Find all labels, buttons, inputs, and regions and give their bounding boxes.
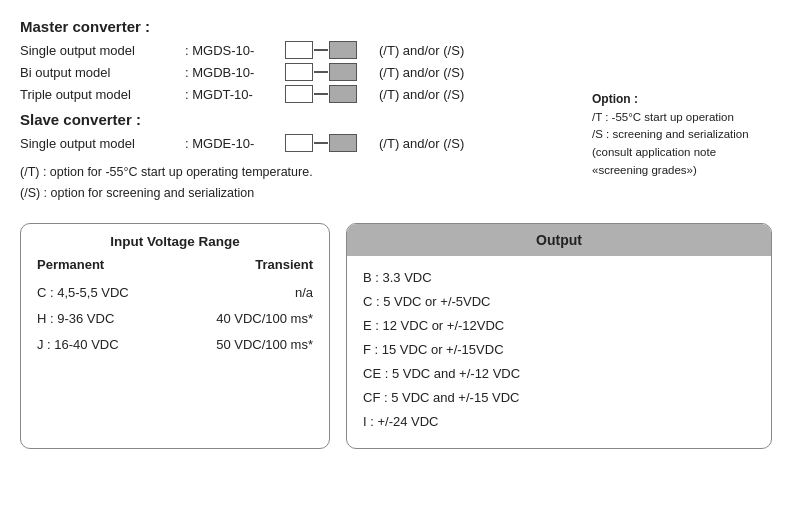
option-line1: /T : -55°C start up operation [592, 109, 772, 127]
top-section: Master converter : Single output model :… [20, 18, 772, 205]
option-title: Option : [592, 90, 772, 109]
input-row-2: J : 16-40 VDC 50 VDC/100 ms* [37, 332, 313, 358]
output-table-title: Output [347, 224, 771, 256]
master-model-code-2: : MGDT-10- [185, 87, 285, 102]
master-model-label-0: Single output model [20, 43, 185, 58]
footnote-1: (/T) : option for -55°C start up operati… [20, 162, 592, 183]
models-block: Master converter : Single output model :… [20, 18, 592, 205]
input-trans-1: 40 VDC/100 ms* [183, 306, 313, 332]
slave-model-row-0: Single output model : MGDE-10- (/T) and/… [20, 134, 592, 152]
gray-box [329, 85, 357, 103]
input-perm-0: C : 4,5-5,5 VDC [37, 280, 167, 306]
output-table: Output B : 3.3 VDC C : 5 VDC or +/-5VDC … [346, 223, 772, 449]
input-col1-header: Permanent [37, 257, 104, 272]
output-row-6: I : +/-24 VDC [363, 410, 755, 434]
white-box [285, 41, 313, 59]
output-row-0: B : 3.3 VDC [363, 266, 755, 290]
option-line2: /S : screening and serialization (consul… [592, 126, 772, 179]
footnote-2: (/S) : option for screening and serializ… [20, 183, 592, 204]
master-model-options-0: (/T) and/or (/S) [379, 43, 464, 58]
input-table-headers: Permanent Transient [37, 257, 313, 272]
master-model-code-1: : MGDB-10- [185, 65, 285, 80]
input-trans-2: 50 VDC/100 ms* [183, 332, 313, 358]
slave-model-options-0: (/T) and/or (/S) [379, 136, 464, 151]
dash-line [314, 49, 328, 51]
input-perm-1: H : 9-36 VDC [37, 306, 167, 332]
slave-title: Slave converter : [20, 111, 592, 128]
master-model-options-1: (/T) and/or (/S) [379, 65, 464, 80]
slave-model-label-0: Single output model [20, 136, 185, 151]
input-table-body: C : 4,5-5,5 VDC n/a H : 9-36 VDC 40 VDC/… [37, 280, 313, 358]
output-row-2: E : 12 VDC or +/-12VDC [363, 314, 755, 338]
input-row-1: H : 9-36 VDC 40 VDC/100 ms* [37, 306, 313, 332]
white-box [285, 134, 313, 152]
white-box [285, 85, 313, 103]
slave-model-diagram-0 [285, 134, 357, 152]
option-note: Option : /T : -55°C start up operation /… [592, 90, 772, 180]
dash-line [314, 71, 328, 73]
input-row-0: C : 4,5-5,5 VDC n/a [37, 280, 313, 306]
input-table-title: Input Voltage Range [37, 234, 313, 249]
output-row-1: C : 5 VDC or +/-5VDC [363, 290, 755, 314]
input-voltage-table: Input Voltage Range Permanent Transient … [20, 223, 330, 449]
master-model-label-1: Bi output model [20, 65, 185, 80]
input-perm-2: J : 16-40 VDC [37, 332, 167, 358]
page-container: Master converter : Single output model :… [20, 18, 772, 449]
dash-line [314, 142, 328, 144]
input-col2-header: Transient [255, 257, 313, 272]
input-trans-0: n/a [183, 280, 313, 306]
slave-model-code-0: : MGDE-10- [185, 136, 285, 151]
master-model-code-0: : MGDS-10- [185, 43, 285, 58]
tables-row: Input Voltage Range Permanent Transient … [20, 223, 772, 449]
gray-box [329, 41, 357, 59]
master-model-row-2: Triple output model : MGDT-10- (/T) and/… [20, 85, 592, 103]
dash-line [314, 93, 328, 95]
gray-box [329, 63, 357, 81]
master-model-label-2: Triple output model [20, 87, 185, 102]
output-row-3: F : 15 VDC or +/-15VDC [363, 338, 755, 362]
master-model-row-1: Bi output model : MGDB-10- (/T) and/or (… [20, 63, 592, 81]
white-box [285, 63, 313, 81]
master-title: Master converter : [20, 18, 592, 35]
master-model-diagram-2 [285, 85, 357, 103]
output-table-body: B : 3.3 VDC C : 5 VDC or +/-5VDC E : 12 … [347, 256, 771, 448]
gray-box [329, 134, 357, 152]
master-model-options-2: (/T) and/or (/S) [379, 87, 464, 102]
output-row-5: CF : 5 VDC and +/-15 VDC [363, 386, 755, 410]
master-model-diagram-1 [285, 63, 357, 81]
footnotes: (/T) : option for -55°C start up operati… [20, 162, 592, 205]
master-model-row-0: Single output model : MGDS-10- (/T) and/… [20, 41, 592, 59]
output-row-4: CE : 5 VDC and +/-12 VDC [363, 362, 755, 386]
master-model-diagram-0 [285, 41, 357, 59]
